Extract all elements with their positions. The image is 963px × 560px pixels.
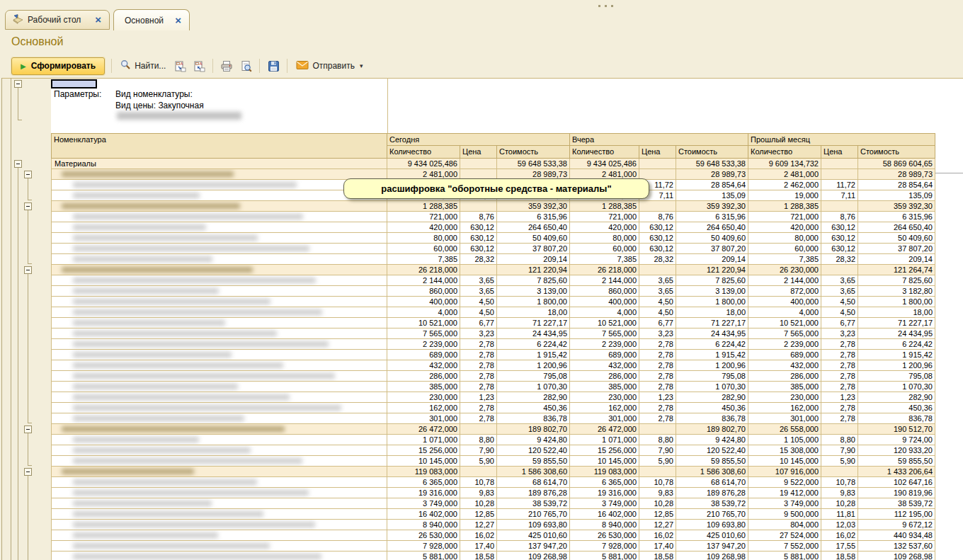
value-cell[interactable]: 9 434 025,486 [570, 159, 639, 169]
value-cell[interactable]: 359 392,30 [497, 201, 570, 212]
value-cell[interactable]: 3,65 [460, 275, 497, 286]
value-cell[interactable]: 10 521,000 [748, 318, 821, 328]
value-cell[interactable]: 400,000 [387, 297, 460, 307]
value-cell[interactable]: 24 434,95 [858, 328, 935, 339]
value-cell[interactable]: 2,78 [639, 339, 676, 350]
value-cell[interactable] [821, 169, 858, 180]
value-cell[interactable]: 6 365,000 [387, 477, 460, 488]
value-cell[interactable] [639, 159, 676, 169]
value-cell[interactable] [821, 201, 858, 212]
value-cell[interactable]: 28,32 [639, 254, 676, 265]
expand-groups-button[interactable]: A [173, 59, 187, 73]
value-cell[interactable]: 135,09 [858, 190, 935, 201]
value-cell[interactable]: 282,90 [676, 392, 748, 403]
value-cell[interactable]: 26 558,000 [748, 424, 821, 435]
nomenclature-cell[interactable] [51, 297, 387, 307]
nomenclature-cell[interactable] [51, 382, 387, 392]
value-cell[interactable]: 58 869 604,65 [858, 159, 935, 169]
value-cell[interactable]: 19 412,000 [748, 488, 821, 498]
value-cell[interactable]: 2,78 [460, 382, 497, 392]
print-preview-button[interactable] [239, 59, 253, 73]
value-cell[interactable]: 630,12 [460, 233, 497, 244]
value-cell[interactable]: 1,23 [639, 392, 676, 403]
value-cell[interactable]: 11,81 [821, 509, 858, 520]
value-cell[interactable]: 12,03 [821, 520, 858, 530]
value-cell[interactable]: 135,09 [676, 190, 748, 201]
value-cell[interactable]: 38 539,72 [858, 498, 935, 509]
value-cell[interactable]: 425 010,60 [676, 530, 748, 541]
value-cell[interactable]: 19 316,000 [570, 488, 639, 498]
value-cell[interactable]: 189 876,28 [676, 488, 748, 498]
subheader-cost[interactable]: Стоимость [497, 146, 570, 159]
value-cell[interactable]: 2,78 [460, 360, 497, 371]
value-cell[interactable]: 18,58 [460, 552, 497, 560]
value-cell[interactable]: 210 765,70 [676, 509, 748, 520]
value-cell[interactable]: 209,14 [676, 254, 748, 265]
value-cell[interactable]: 4,50 [639, 307, 676, 318]
value-cell[interactable]: 5,90 [821, 456, 858, 467]
value-cell[interactable]: 7 565,000 [748, 328, 821, 339]
value-cell[interactable]: 10,78 [639, 477, 676, 488]
value-cell[interactable]: 630,12 [460, 222, 497, 233]
value-cell[interactable]: 2,78 [460, 350, 497, 360]
value-cell[interactable]: 7,385 [570, 254, 639, 265]
nomenclature-cell[interactable] [51, 275, 387, 286]
value-cell[interactable] [639, 424, 676, 435]
value-cell[interactable]: 26 218,000 [387, 265, 460, 275]
value-cell[interactable]: 795,08 [676, 371, 748, 382]
value-cell[interactable]: 1 800,00 [497, 297, 570, 307]
value-cell[interactable]: 26 230,000 [748, 265, 821, 275]
value-cell[interactable]: 28,32 [821, 254, 858, 265]
value-cell[interactable]: 8 940,000 [387, 520, 460, 530]
value-cell[interactable]: 2,78 [639, 371, 676, 382]
value-cell[interactable]: 7 825,60 [858, 275, 935, 286]
subheader-cost[interactable]: Стоимость [858, 146, 935, 159]
value-cell[interactable]: 1,23 [821, 392, 858, 403]
nomenclature-cell[interactable] [51, 392, 387, 403]
value-cell[interactable]: 385,000 [387, 382, 460, 392]
value-cell[interactable]: 7 552,000 [748, 541, 821, 552]
value-cell[interactable]: 7 928,000 [570, 541, 639, 552]
value-cell[interactable]: 420,000 [387, 222, 460, 233]
value-cell[interactable] [639, 265, 676, 275]
value-cell[interactable]: 6,77 [821, 318, 858, 328]
value-cell[interactable]: 795,08 [858, 371, 935, 382]
nomenclature-cell[interactable] [51, 467, 387, 477]
value-cell[interactable]: 630,12 [821, 244, 858, 254]
value-cell[interactable]: 2,78 [821, 360, 858, 371]
value-cell[interactable]: 18,58 [821, 552, 858, 560]
tab-desktop[interactable]: Рабочий стол × [5, 10, 110, 30]
value-cell[interactable]: 3,23 [821, 328, 858, 339]
value-cell[interactable]: 71 227,17 [858, 318, 935, 328]
value-cell[interactable]: 2 144,000 [748, 275, 821, 286]
value-cell[interactable]: 17,40 [460, 541, 497, 552]
value-cell[interactable]: 6 315,96 [858, 212, 935, 222]
value-cell[interactable]: 264 650,40 [676, 222, 748, 233]
value-cell[interactable]: 60,000 [748, 244, 821, 254]
value-cell[interactable]: 132 537,60 [858, 541, 935, 552]
value-cell[interactable]: 9,83 [821, 488, 858, 498]
subheader-quantity[interactable]: Количество [748, 146, 821, 159]
value-cell[interactable]: 689,000 [748, 350, 821, 360]
nomenclature-cell[interactable] [51, 530, 387, 541]
value-cell[interactable]: 860,000 [387, 286, 460, 297]
nomenclature-cell[interactable] [51, 435, 387, 445]
value-cell[interactable]: 9,83 [639, 488, 676, 498]
value-cell[interactable] [821, 424, 858, 435]
value-cell[interactable]: 630,12 [821, 222, 858, 233]
selected-cell[interactable] [51, 79, 97, 88]
nomenclature-cell[interactable] [51, 233, 387, 244]
value-cell[interactable]: 1 070,30 [676, 382, 748, 392]
value-cell[interactable]: 189 802,70 [497, 424, 570, 435]
value-cell[interactable]: 6,77 [460, 318, 497, 328]
value-cell[interactable]: 7,90 [460, 445, 497, 456]
column-header-yesterday[interactable]: Вчера [570, 133, 748, 146]
nomenclature-cell[interactable] [51, 190, 387, 201]
value-cell[interactable]: 7,385 [387, 254, 460, 265]
collapse-group-button[interactable] [24, 202, 32, 210]
value-cell[interactable]: 432,000 [748, 360, 821, 371]
value-cell[interactable]: 301,000 [748, 413, 821, 424]
value-cell[interactable]: 6 224,42 [858, 339, 935, 350]
value-cell[interactable]: 28,32 [460, 254, 497, 265]
value-cell[interactable]: 210 765,70 [497, 509, 570, 520]
